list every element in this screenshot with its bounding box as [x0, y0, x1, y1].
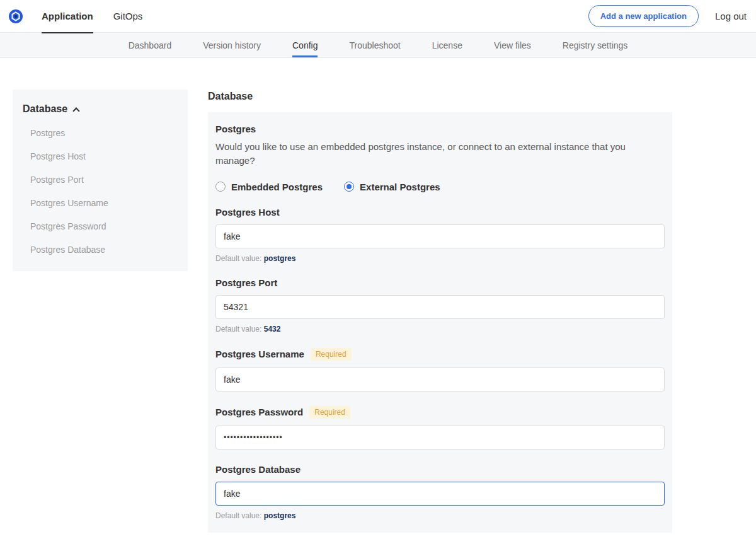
header-tab-gitops[interactable]: GitOps: [113, 0, 143, 33]
field-postgres-username: Postgres Username Required: [215, 348, 665, 392]
field-label: Postgres Password: [215, 407, 303, 417]
config-sidebar: Database Postgres Postgres Host Postgres…: [13, 90, 188, 271]
field-label: Postgres Port: [215, 277, 277, 288]
postgres-help-text: Would you like to use an embedded postgr…: [215, 140, 665, 168]
sidebar-item-postgres-username[interactable]: Postgres Username: [13, 198, 188, 208]
subnav: Dashboard Version history Config Trouble…: [0, 33, 756, 58]
header-tab-application[interactable]: Application: [42, 0, 93, 33]
postgres-host-input[interactable]: [215, 224, 665, 248]
subnav-tab-troubleshoot[interactable]: Troubleshoot: [349, 33, 400, 57]
add-new-application-button[interactable]: Add a new application: [588, 5, 699, 27]
default-value-helper: Default value: postgres: [215, 254, 665, 263]
subnav-tab-view-files[interactable]: View files: [494, 33, 531, 57]
subnav-tab-license[interactable]: License: [432, 33, 462, 57]
field-postgres-host: Postgres Host Default value: postgres: [215, 207, 665, 263]
sidebar-item-postgres-host[interactable]: Postgres Host: [13, 151, 188, 161]
radio-embedded-postgres[interactable]: Embedded Postgres: [215, 182, 323, 192]
subnav-tab-version-history[interactable]: Version history: [203, 33, 261, 57]
app-logo-icon: [9, 9, 23, 23]
sidebar-group-database[interactable]: Database: [13, 103, 188, 115]
postgres-username-input[interactable]: [215, 368, 665, 392]
field-label: Postgres Database: [215, 464, 301, 475]
section-title: Database: [208, 91, 672, 102]
subnav-tab-dashboard[interactable]: Dashboard: [129, 33, 172, 57]
radio-external-label: External Postgres: [360, 182, 440, 192]
sidebar-item-postgres-port[interactable]: Postgres Port: [13, 175, 188, 185]
radio-checked-icon: [344, 182, 354, 192]
default-value-prefix: Default value:: [215, 511, 261, 520]
postgres-mode-radio-group: Embedded Postgres External Postgres: [215, 182, 665, 192]
postgres-password-input[interactable]: [215, 426, 665, 450]
subnav-tab-registry-settings[interactable]: Registry settings: [563, 33, 627, 57]
default-value-text: 5432: [264, 325, 281, 334]
default-value-helper: Default value: 5432: [215, 325, 665, 334]
radio-unchecked-icon: [215, 182, 226, 192]
sidebar-item-postgres-password[interactable]: Postgres Password: [13, 221, 188, 231]
field-postgres-database: Postgres Database Default value: postgre…: [215, 464, 665, 520]
chevron-up-icon: [72, 107, 79, 114]
default-value-prefix: Default value:: [215, 254, 261, 263]
required-badge: Required: [311, 348, 352, 361]
top-header: Application GitOps Add a new application…: [0, 0, 756, 33]
config-main: Database Postgres Would you like to use …: [208, 90, 672, 551]
sidebar-item-postgres-database[interactable]: Postgres Database: [13, 245, 188, 255]
postgres-group-label: Postgres: [215, 124, 665, 134]
field-postgres-port: Postgres Port Default value: 5432: [215, 277, 665, 334]
postgres-port-input[interactable]: [215, 295, 665, 319]
default-value-text: postgres: [264, 254, 296, 263]
radio-embedded-label: Embedded Postgres: [231, 182, 323, 192]
config-card: Postgres Would you like to use an embedd…: [208, 112, 672, 533]
radio-external-postgres[interactable]: External Postgres: [344, 182, 440, 192]
sidebar-group-label: Database: [23, 103, 67, 115]
default-value-text: postgres: [264, 511, 296, 520]
field-label: Postgres Host: [215, 207, 280, 218]
page-body: Database Postgres Postgres Host Postgres…: [0, 58, 756, 551]
sidebar-item-postgres[interactable]: Postgres: [13, 128, 188, 138]
subnav-tab-config[interactable]: Config: [292, 33, 318, 57]
field-postgres-password: Postgres Password Required: [215, 406, 665, 450]
logout-link[interactable]: Log out: [715, 11, 747, 21]
default-value-prefix: Default value:: [215, 325, 261, 334]
field-label: Postgres Username: [215, 349, 304, 359]
postgres-database-input[interactable]: [215, 482, 665, 506]
default-value-helper: Default value: postgres: [215, 511, 665, 520]
required-badge: Required: [309, 406, 350, 419]
